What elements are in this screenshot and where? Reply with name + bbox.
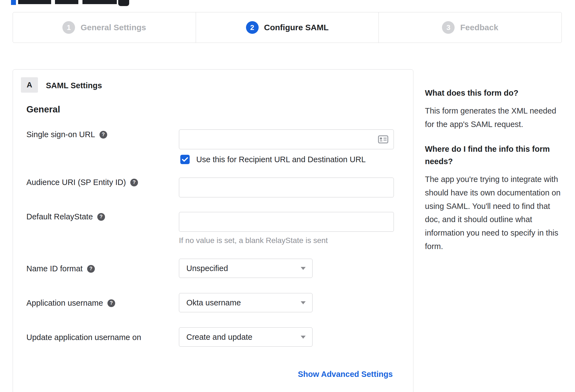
step-label: General Settings — [81, 23, 146, 32]
application-username-value: Okta username — [186, 298, 241, 307]
stepper-step-feedback[interactable]: 3 Feedback — [378, 12, 562, 43]
sso-url-label: Single sign-on URL — [26, 130, 95, 139]
cropped-page-title-fragment — [82, 0, 117, 4]
chevron-down-icon — [301, 267, 306, 270]
chevron-down-icon — [301, 301, 306, 304]
step-number-badge: 1 — [62, 21, 75, 34]
show-advanced-settings-link[interactable]: Show Advanced Settings — [298, 370, 393, 379]
name-id-format-help-icon[interactable]: ? — [87, 265, 95, 273]
step-label: Configure SAML — [264, 23, 329, 32]
cropped-settings-icon-fragment — [118, 0, 129, 6]
chevron-down-icon — [301, 336, 306, 339]
name-id-format-value: Unspecified — [186, 264, 228, 273]
relay-state-label: Default RelayState — [26, 212, 93, 221]
relay-state-label-row: Default RelayState ? — [26, 212, 105, 221]
app-username-label-row: Application username ? — [26, 299, 115, 308]
help-sidebar: What does this form do? This form genera… — [425, 87, 567, 265]
section-badge: A — [21, 77, 38, 93]
app-username-help-icon[interactable]: ? — [107, 299, 115, 307]
stepper-step-configure-saml[interactable]: 2 Configure SAML — [196, 12, 379, 43]
cropped-page-title-fragment — [55, 0, 78, 4]
name-id-format-label: Name ID format — [26, 264, 83, 273]
relay-state-input[interactable] — [179, 212, 394, 232]
audience-uri-label: Audience URI (SP Entity ID) — [26, 178, 126, 187]
sidebar-paragraph: The app you're trying to integrate with … — [425, 173, 567, 253]
update-username-label-row: Update application username on — [26, 333, 141, 342]
recipient-url-checkbox[interactable] — [180, 155, 190, 164]
audience-uri-label-row: Audience URI (SP Entity ID) ? — [26, 178, 138, 187]
step-number-badge: 3 — [442, 21, 455, 34]
sso-url-label-row: Single sign-on URL ? — [26, 130, 107, 139]
section-title: SAML Settings — [46, 81, 102, 90]
recipient-url-checkbox-row: Use this for Recipient URL and Destinati… — [180, 155, 366, 164]
sso-url-help-icon[interactable]: ? — [99, 131, 107, 139]
step-number-badge: 2 — [246, 21, 259, 34]
application-username-select[interactable]: Okta username — [179, 293, 313, 312]
update-username-value: Create and update — [186, 333, 252, 342]
name-id-format-label-row: Name ID format ? — [26, 264, 95, 273]
checkmark-icon — [182, 157, 188, 162]
saml-settings-card: A SAML Settings General Single sign-on U… — [13, 69, 413, 392]
general-group-heading: General — [26, 104, 60, 115]
recipient-url-checkbox-label: Use this for Recipient URL and Destinati… — [196, 155, 366, 164]
sso-url-input[interactable] — [179, 129, 394, 149]
wizard-stepper: 1 General Settings 2 Configure SAML 3 Fe… — [13, 12, 562, 43]
sidebar-heading: What does this form do? — [425, 87, 567, 99]
stepper-step-general-settings[interactable]: 1 General Settings — [13, 12, 196, 43]
cropped-header-accent-fragment — [11, 0, 16, 5]
step-label: Feedback — [460, 23, 498, 32]
update-username-select[interactable]: Create and update — [179, 327, 313, 347]
relay-state-helper: If no value is set, a blank RelayState i… — [179, 236, 328, 245]
audience-uri-input[interactable] — [179, 178, 394, 197]
app-username-label: Application username — [26, 299, 103, 308]
sidebar-paragraph: This form generates the XML needed for t… — [425, 104, 567, 131]
cropped-page-title-fragment — [18, 0, 51, 4]
sidebar-heading: Where do I find the info this form needs… — [425, 143, 567, 168]
relay-state-help-icon[interactable]: ? — [97, 213, 105, 221]
name-id-format-select[interactable]: Unspecified — [179, 259, 313, 278]
update-username-label: Update application username on — [26, 333, 141, 342]
audience-uri-help-icon[interactable]: ? — [130, 179, 138, 186]
